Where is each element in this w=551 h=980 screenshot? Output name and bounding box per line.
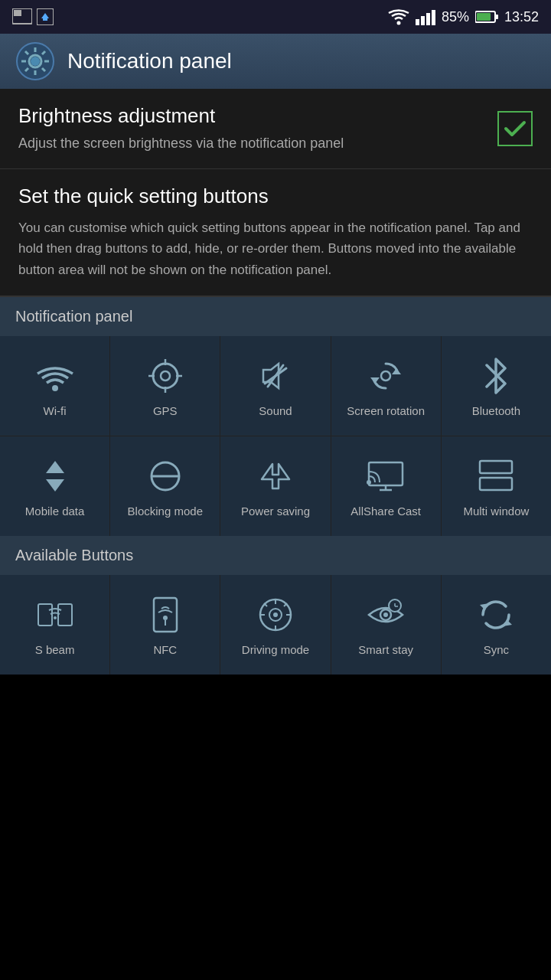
svg-marker-35 <box>370 377 380 384</box>
sync-label: Sync <box>484 642 509 658</box>
svg-rect-6 <box>416 19 419 25</box>
svg-point-24 <box>52 385 58 391</box>
sound-button[interactable]: Sound <box>220 336 330 436</box>
screen-rotation-label: Screen rotation <box>347 403 425 419</box>
svg-line-60 <box>284 603 287 606</box>
brightness-checkbox[interactable] <box>497 111 533 146</box>
battery-icon <box>475 10 498 24</box>
header-title: Notification panel <box>67 49 232 74</box>
brightness-section[interactable]: Brightness adjustment Adjust the screen … <box>0 89 551 169</box>
screen-rotation-icon <box>366 356 406 396</box>
quick-setting-title: Set the quick setting buttons <box>18 185 533 208</box>
nfc-button[interactable]: NFC <box>110 575 220 675</box>
allshare-cast-button[interactable]: AllShare Cast <box>331 436 441 536</box>
s-beam-icon <box>35 595 75 635</box>
status-bar-left <box>12 8 54 25</box>
wifi-label: Wi-fi <box>44 403 67 419</box>
svg-rect-46 <box>480 478 512 490</box>
svg-point-25 <box>153 364 178 388</box>
brightness-text: Brightness adjustment Adjust the screen … <box>18 104 497 153</box>
svg-point-44 <box>367 480 371 485</box>
notification-panel-label: Notification panel <box>15 308 132 325</box>
status-icons: 85% 13:52 <box>388 8 539 25</box>
power-saving-button[interactable]: Power saving <box>220 436 330 536</box>
sync-icon <box>476 595 516 635</box>
driving-mode-label: Driving mode <box>242 642 309 658</box>
svg-marker-38 <box>46 479 64 492</box>
s-beam-button[interactable]: S beam <box>0 575 109 675</box>
wifi-icon <box>35 356 75 396</box>
svg-point-49 <box>54 616 57 619</box>
svg-point-63 <box>383 612 388 617</box>
power-saving-label: Power saving <box>241 504 310 519</box>
notification-panel-grid: Wi-fi GPS Sound <box>0 336 551 536</box>
svg-rect-1 <box>14 10 21 16</box>
svg-point-51 <box>163 616 168 620</box>
svg-point-61 <box>273 612 278 617</box>
status-bar: 85% 13:52 <box>0 0 551 34</box>
quick-setting-description: You can customise which quick setting bu… <box>18 217 533 280</box>
svg-rect-7 <box>421 16 425 25</box>
svg-rect-48 <box>58 604 72 626</box>
multi-window-label: Multi window <box>463 504 529 519</box>
signal-icon <box>416 8 435 25</box>
svg-marker-34 <box>392 368 401 374</box>
time: 13:52 <box>504 9 539 25</box>
svg-rect-47 <box>38 604 52 626</box>
download-icon <box>37 8 54 25</box>
driving-mode-button[interactable]: Driving mode <box>220 575 330 675</box>
bluetooth-icon <box>476 356 516 396</box>
allshare-cast-label: AllShare Cast <box>350 504 421 519</box>
svg-rect-45 <box>480 461 512 473</box>
s-beam-label: S beam <box>35 642 75 658</box>
allshare-cast-icon <box>366 456 406 496</box>
battery-percent: 85% <box>442 9 469 25</box>
nfc-label: NFC <box>153 642 177 658</box>
sound-label: Sound <box>259 403 292 419</box>
settings-icon <box>15 41 55 81</box>
svg-marker-3 <box>41 13 49 18</box>
sync-button[interactable]: Sync <box>442 575 551 675</box>
svg-point-36 <box>381 371 390 381</box>
smart-stay-button[interactable]: Smart stay <box>331 575 441 675</box>
svg-point-26 <box>161 371 170 381</box>
smart-stay-icon <box>366 595 406 635</box>
sound-icon <box>256 356 295 396</box>
blocking-mode-button[interactable]: Blocking mode <box>110 436 220 536</box>
wifi-button[interactable]: Wi-fi <box>0 336 109 436</box>
wifi-status-icon <box>388 8 409 25</box>
gps-button[interactable]: GPS <box>110 336 220 436</box>
svg-rect-11 <box>495 15 498 19</box>
svg-point-5 <box>396 21 400 25</box>
svg-point-15 <box>31 57 40 66</box>
available-buttons-grid: S beam NFC <box>0 575 551 675</box>
blocking-mode-icon <box>145 456 185 496</box>
svg-marker-37 <box>46 461 64 473</box>
nfc-icon <box>145 595 185 635</box>
mobile-data-button[interactable]: Mobile data <box>0 436 109 536</box>
multi-window-icon <box>476 456 516 496</box>
mobile-data-label: Mobile data <box>25 504 85 519</box>
bluetooth-label: Bluetooth <box>472 403 520 419</box>
svg-line-59 <box>264 603 267 606</box>
notification-panel-header: Notification panel <box>0 297 551 336</box>
smart-stay-label: Smart stay <box>358 642 413 658</box>
power-saving-icon <box>256 456 295 496</box>
mobile-data-icon <box>35 456 75 496</box>
blocking-mode-label: Blocking mode <box>128 504 203 519</box>
multi-window-button[interactable]: Multi window <box>442 436 551 536</box>
svg-rect-8 <box>426 13 430 25</box>
brightness-description: Adjust the screen brightness via the not… <box>18 134 497 153</box>
screen-rotation-button[interactable]: Screen rotation <box>331 336 441 436</box>
driving-mode-icon <box>256 595 295 635</box>
available-buttons-label: Available Buttons <box>15 547 133 564</box>
svg-rect-4 <box>43 18 47 21</box>
gps-icon <box>145 356 185 396</box>
quick-setting-section: Set the quick setting buttons You can cu… <box>0 169 551 297</box>
bluetooth-button[interactable]: Bluetooth <box>442 336 551 436</box>
gallery-icon <box>12 8 32 25</box>
svg-rect-50 <box>154 598 177 632</box>
svg-rect-9 <box>432 10 435 25</box>
available-buttons-header: Available Buttons <box>0 536 551 575</box>
header: Notification panel <box>0 34 551 89</box>
